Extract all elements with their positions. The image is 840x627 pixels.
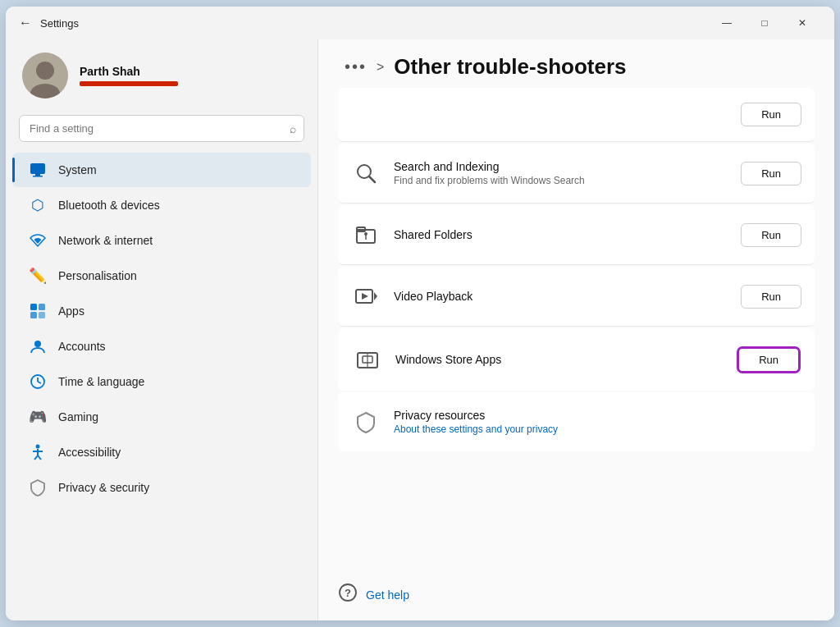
item-desc-search-indexing: Find and fix problems with Windows Searc… xyxy=(394,175,728,186)
item-desc-privacy-resources[interactable]: About these settings and your privacy xyxy=(394,423,801,435)
svg-text:?: ? xyxy=(345,587,351,599)
system-icon xyxy=(29,161,47,179)
list-item-shared-folders: Shared Folders Run xyxy=(338,205,815,265)
svg-marker-27 xyxy=(362,293,368,300)
page-title: Other trouble-shooters xyxy=(394,54,626,80)
get-help-section[interactable]: ? Get help xyxy=(318,570,834,620)
svg-rect-6 xyxy=(30,304,37,310)
svg-line-13 xyxy=(38,382,41,383)
sidebar-nav: System ⬡ Bluetooth & devices Network & i… xyxy=(6,152,317,506)
window-controls: — □ ✕ xyxy=(708,10,821,36)
svg-marker-26 xyxy=(374,292,377,300)
close-button[interactable]: ✕ xyxy=(783,10,821,36)
maximize-button[interactable]: □ xyxy=(746,10,783,36)
troubleshooter-list: Run Search and Indexing Find and fix pro… xyxy=(318,88,834,570)
svg-line-18 xyxy=(38,455,41,460)
run-button-shared-folders[interactable]: Run xyxy=(741,223,801,247)
sidebar-item-bluetooth[interactable]: ⬡ Bluetooth & devices xyxy=(12,188,311,222)
sidebar-label-gaming: Gaming xyxy=(58,410,98,423)
shared-folders-icon xyxy=(351,220,381,249)
item-text-windows-store-apps: Windows Store Apps xyxy=(395,353,724,366)
video-playback-icon xyxy=(351,281,381,311)
sidebar-item-accessibility[interactable]: Accessibility xyxy=(12,435,311,469)
sidebar-label-privacy: Privacy & security xyxy=(58,481,149,494)
item-text-shared-folders: Shared Folders xyxy=(394,228,728,241)
svg-point-1 xyxy=(36,62,54,80)
search-indexing-icon xyxy=(351,158,381,188)
accessibility-icon xyxy=(29,443,47,461)
list-item-windows-store-apps: Windows Store Apps Run xyxy=(338,328,815,391)
privacy-resources-icon xyxy=(351,407,381,437)
sidebar-label-network: Network & internet xyxy=(58,234,153,247)
svg-point-10 xyxy=(34,341,41,347)
user-email-bar xyxy=(80,81,178,86)
bluetooth-icon: ⬡ xyxy=(29,196,47,214)
minimize-button[interactable]: — xyxy=(708,10,746,36)
window-title: Settings xyxy=(40,17,708,30)
windows-store-apps-icon xyxy=(353,345,382,374)
run-button-partial[interactable]: Run xyxy=(741,103,801,126)
sidebar-item-privacy[interactable]: Privacy & security xyxy=(12,470,311,505)
sidebar-item-gaming[interactable]: 🎮 Gaming xyxy=(12,400,311,434)
breadcrumb-arrow: > xyxy=(377,60,384,75)
personalisation-icon: ✏️ xyxy=(29,267,47,285)
item-title-privacy-resources: Privacy resources xyxy=(394,409,801,422)
network-icon xyxy=(29,231,47,249)
search-input[interactable] xyxy=(19,115,304,142)
search-icon: ⌕ xyxy=(290,122,296,135)
svg-rect-5 xyxy=(33,176,43,177)
sidebar-item-personalisation[interactable]: ✏️ Personalisation xyxy=(12,259,311,293)
breadcrumb-dots: ••• xyxy=(345,57,367,76)
item-title-search-indexing: Search and Indexing xyxy=(394,160,728,173)
svg-point-14 xyxy=(36,445,40,449)
search-box: ⌕ xyxy=(19,115,304,142)
svg-point-24 xyxy=(364,232,368,236)
main-header: ••• > Other trouble-shooters xyxy=(318,39,834,88)
svg-line-20 xyxy=(369,176,375,182)
list-item-video-playback: Video Playback Run xyxy=(338,267,815,327)
accounts-icon xyxy=(29,337,47,355)
svg-rect-8 xyxy=(30,312,37,318)
item-title-windows-store-apps: Windows Store Apps xyxy=(395,353,724,366)
item-text-search-indexing: Search and Indexing Find and fix problem… xyxy=(394,160,728,186)
list-item-search-indexing: Search and Indexing Find and fix problem… xyxy=(338,144,815,204)
list-item-partial: Run xyxy=(338,88,815,142)
settings-window: ← Settings — □ ✕ Parth Shah xyxy=(6,7,834,620)
svg-rect-7 xyxy=(39,304,45,310)
main-content: ••• > Other trouble-shooters Run xyxy=(317,39,834,620)
sidebar-item-apps[interactable]: Apps xyxy=(12,294,311,328)
run-button-search-indexing[interactable]: Run xyxy=(741,162,801,185)
sidebar-item-network[interactable]: Network & internet xyxy=(12,223,311,258)
item-text-privacy-resources: Privacy resources About these settings a… xyxy=(394,409,801,435)
sidebar-label-time: Time & language xyxy=(58,375,144,388)
svg-rect-9 xyxy=(39,312,45,318)
get-help-label: Get help xyxy=(366,588,409,602)
title-bar: ← Settings — □ ✕ xyxy=(6,7,834,39)
user-name: Parth Shah xyxy=(80,65,178,78)
time-icon xyxy=(29,373,47,391)
privacy-icon xyxy=(29,478,47,497)
apps-icon xyxy=(29,302,47,320)
item-title-shared-folders: Shared Folders xyxy=(394,228,728,241)
list-item-privacy-resources: Privacy resources About these settings a… xyxy=(338,392,815,451)
get-help-icon: ? xyxy=(338,583,358,607)
sidebar-item-time[interactable]: Time & language xyxy=(12,364,311,399)
item-text-video-playback: Video Playback xyxy=(394,290,728,303)
sidebar-label-accounts: Accounts xyxy=(58,340,106,353)
sidebar-item-system[interactable]: System xyxy=(12,153,311,187)
sidebar-label-system: System xyxy=(58,163,97,176)
user-profile: Parth Shah xyxy=(6,39,317,112)
sidebar-label-personalisation: Personalisation xyxy=(58,269,137,282)
avatar xyxy=(22,53,68,98)
user-info: Parth Shah xyxy=(80,65,178,86)
gaming-icon: 🎮 xyxy=(29,408,47,426)
sidebar-label-apps: Apps xyxy=(58,304,84,318)
svg-rect-3 xyxy=(30,163,45,174)
sidebar-item-accounts[interactable]: Accounts xyxy=(12,329,311,364)
run-button-video-playback[interactable]: Run xyxy=(741,285,801,309)
run-button-windows-store-apps[interactable]: Run xyxy=(737,347,800,373)
sidebar: Parth Shah ⌕ xyxy=(6,39,317,620)
back-button[interactable]: ← xyxy=(19,16,32,30)
sidebar-label-accessibility: Accessibility xyxy=(58,446,121,459)
item-title-video-playback: Video Playback xyxy=(394,290,728,303)
